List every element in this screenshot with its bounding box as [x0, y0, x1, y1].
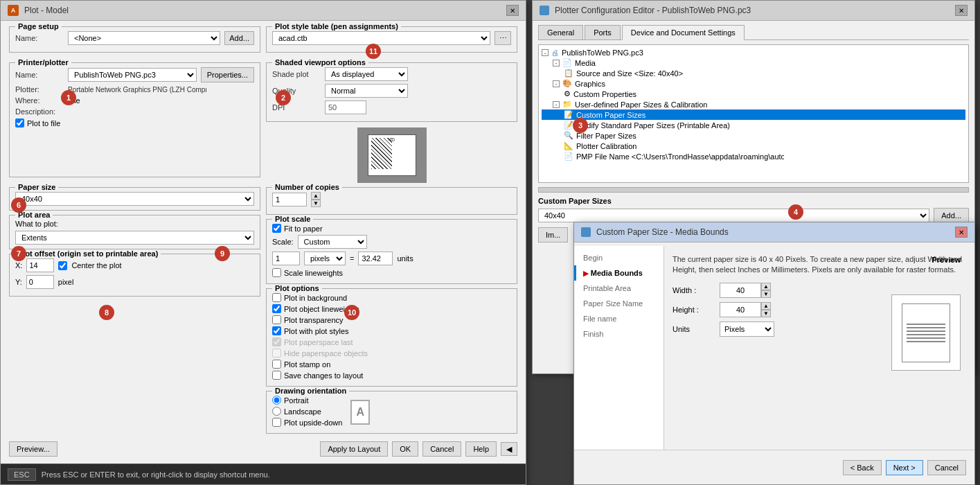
copies-down-btn[interactable]: ▼ — [311, 200, 321, 207]
width-up-btn[interactable]: ▲ — [761, 283, 771, 290]
wizard-step-paper-name[interactable]: Paper Size Name — [574, 296, 663, 311]
tree-custom-paper-sizes[interactable]: 📝 Custom Paper Sizes — [542, 109, 965, 120]
tree-source-label: Source and Size <Size: 40x40> — [576, 69, 683, 78]
page-setup-add-btn[interactable]: Add... — [224, 31, 254, 45]
tree-filter-paper[interactable]: 🔍 Filter Paper Sizes — [542, 130, 965, 141]
custom-paper-dialog: Custom Paper Size - Media Bounds ✕ Begin… — [573, 222, 975, 485]
back-btn[interactable]: < Back — [843, 460, 882, 475]
help-btn[interactable]: Help — [465, 441, 497, 457]
plot-scale-label: Plot scale — [272, 215, 313, 223]
plot-bg-check[interactable] — [272, 293, 281, 302]
tree-modify-standard[interactable]: 📝 Modify Standard Paper Sizes (Printable… — [542, 120, 965, 130]
wizard-step-printable[interactable]: Printable Area — [574, 281, 663, 296]
plot-to-file-check[interactable] — [15, 118, 24, 127]
custom-paper-add-btn[interactable]: Add... — [934, 208, 969, 223]
paper-size-select[interactable]: 40x40 — [15, 192, 254, 206]
description-label: Description: — [15, 107, 64, 116]
plotter-close-btn[interactable]: ✕ — [955, 5, 968, 16]
plot-stamp-check[interactable] — [272, 360, 281, 369]
badge-1: 1 — [61, 90, 76, 105]
esc-btn[interactable]: ESC — [8, 468, 36, 481]
import-btn[interactable]: Im... — [538, 227, 568, 242]
x-input[interactable] — [26, 258, 54, 272]
preview-btn[interactable]: Preview... — [9, 441, 57, 457]
tree-user-icon: 📁 — [562, 100, 572, 109]
y-input[interactable] — [26, 275, 54, 289]
apply-to-layout-btn[interactable]: Apply to Layout — [320, 441, 388, 457]
shade-plot-select[interactable]: As displayed — [325, 67, 408, 81]
plot-style-select[interactable]: acad.ctb — [272, 31, 490, 45]
height-up-btn[interactable]: ▲ — [761, 302, 771, 310]
tree-root[interactable]: - 🖨 PublishToWeb PNG.pc3 — [542, 48, 965, 58]
tree-graphics-icon: 🎨 — [562, 79, 572, 88]
wizard-step-begin[interactable]: Begin — [574, 250, 663, 265]
width-input[interactable] — [720, 283, 761, 298]
what-to-plot-select[interactable]: Extents — [15, 231, 254, 245]
plot-upside-down-check[interactable] — [272, 418, 281, 427]
scale-val1-input[interactable] — [272, 252, 300, 265]
tab-general[interactable]: General — [538, 25, 583, 39]
plot-transparency-check[interactable] — [272, 315, 281, 324]
tab-device-document[interactable]: Device and Document Settings — [622, 25, 745, 40]
units-select[interactable]: Pixels Inches Millimeters — [720, 321, 774, 337]
custom-paper-select[interactable]: 40x40 — [538, 209, 929, 222]
scale-unit1-select[interactable]: pixels — [304, 252, 346, 265]
back-arrow-btn[interactable]: ◀ — [501, 442, 517, 456]
scale-select[interactable]: Custom — [298, 235, 367, 249]
tab-ports[interactable]: Ports — [585, 25, 621, 39]
fit-to-paper-check[interactable] — [272, 224, 281, 233]
wizard-sidebar: Begin ▶ Media Bounds Printable Area Pape… — [574, 246, 664, 450]
plot-styles-check[interactable] — [272, 326, 281, 335]
page-setup-name-select[interactable]: <None> — [68, 31, 220, 45]
tree-graphics[interactable]: - 🎨 Graphics — [542, 78, 965, 89]
dpi-input[interactable] — [325, 100, 366, 114]
ok-btn[interactable]: OK — [392, 441, 418, 457]
tree-user-defined[interactable]: - 📁 User-defined Paper Sizes & Calibrati… — [542, 99, 965, 109]
width-label: Width : — [672, 286, 714, 294]
plot-area-section: Plot area What to plot: Extents — [9, 215, 260, 249]
wizard-step-finish[interactable]: Finish — [574, 326, 663, 342]
tree-media-icon: 📄 — [562, 58, 572, 67]
tree-root-icon: 🖨 — [551, 48, 559, 57]
copies-up-btn[interactable]: ▲ — [311, 192, 321, 200]
tree-media[interactable]: - 📄 Media — [542, 58, 965, 68]
hide-paperspace-check[interactable] — [272, 349, 281, 358]
custom-paper-close[interactable]: ✕ — [955, 227, 968, 238]
save-changes-check[interactable] — [272, 371, 281, 380]
properties-btn[interactable]: Properties... — [201, 67, 254, 82]
wizard-step-filename[interactable]: File name — [574, 311, 663, 326]
plot-dialog-close[interactable]: ✕ — [506, 5, 519, 16]
plot-lineweights-check[interactable] — [272, 304, 281, 313]
right-panel: Shaded viewport options Shade plot As di… — [266, 62, 517, 183]
badge-7: 7 — [11, 246, 26, 261]
landscape-radio[interactable] — [272, 407, 281, 416]
copies-input[interactable] — [272, 193, 307, 206]
next-btn[interactable]: Next > — [886, 460, 923, 475]
wizard-step-media[interactable]: ▶ Media Bounds — [574, 265, 663, 281]
center-plot-check[interactable] — [58, 261, 67, 270]
scale-val2-input[interactable] — [358, 252, 393, 265]
custom-paper-titlebar: Custom Paper Size - Media Bounds ✕ — [574, 222, 974, 242]
scale-lineweights-check[interactable] — [272, 268, 281, 277]
portrait-radio[interactable] — [272, 396, 281, 405]
printer-name-select[interactable]: PublishToWeb PNG.pc3 — [68, 68, 197, 82]
tree-custom-props[interactable]: ⚙ Custom Properties — [542, 89, 965, 99]
plotter-tab-bar: General Ports Device and Document Settin… — [538, 25, 969, 40]
custom-cancel-btn[interactable]: Cancel — [927, 460, 966, 475]
tree-pmp-label: PMP File Name <C:\Users\TrondHasse\appda… — [576, 152, 784, 161]
quality-select[interactable]: Normal — [325, 84, 408, 98]
tree-pmp-file[interactable]: 📄 PMP File Name <C:\Users\TrondHasse\app… — [542, 151, 965, 161]
custom-paper-title: Custom Paper Size - Media Bounds — [596, 227, 729, 237]
tree-scrollbar[interactable] — [538, 187, 969, 193]
height-down-btn[interactable]: ▼ — [761, 310, 771, 317]
height-input[interactable] — [720, 302, 761, 317]
width-down-btn[interactable]: ▼ — [761, 290, 771, 298]
plot-paperspace-check[interactable] — [272, 337, 281, 346]
plot-to-file-label: Plot to file — [27, 119, 60, 127]
badge-8: 8 — [99, 305, 114, 320]
cancel-btn[interactable]: Cancel — [422, 441, 461, 457]
portrait-label: Portrait — [284, 396, 308, 405]
tree-plotter-cal[interactable]: 📐 Plotter Calibration — [542, 141, 965, 151]
tree-source-size[interactable]: 📋 Source and Size <Size: 40x40> — [542, 68, 965, 78]
plot-style-edit-btn[interactable]: ⋯ — [495, 31, 511, 45]
